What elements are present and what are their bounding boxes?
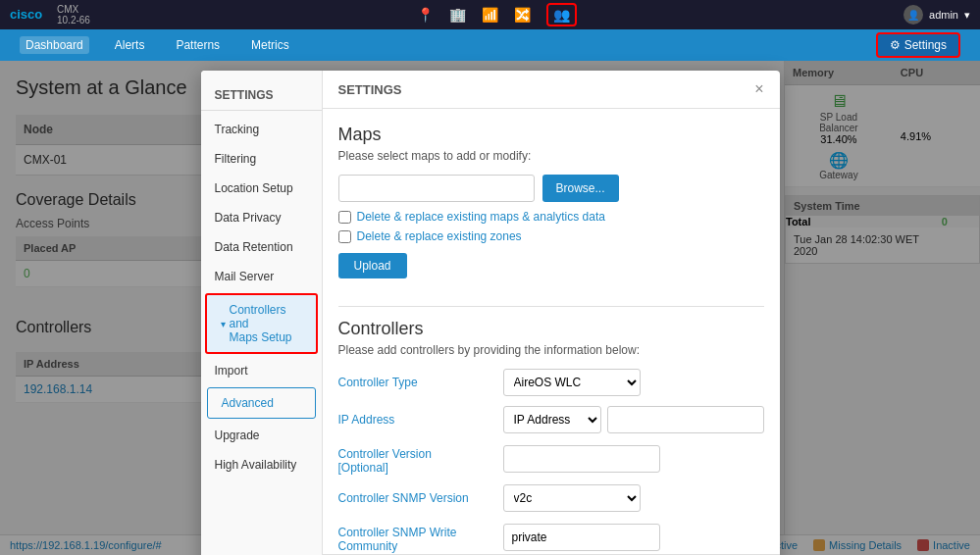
delete-replace-maps-checkbox[interactable] [338,211,351,224]
chevron-down-icon: ▾ [221,319,226,329]
admin-avatar: 👤 [903,5,923,25]
controller-version-input[interactable] [503,445,660,473]
ip-select-group: IP Address Hostname [503,406,764,433]
modal-body: Maps Please select maps to add or modify… [323,109,780,554]
controller-type-row: Controller Type AireOS WLC Catalyst Cent… [338,369,764,396]
nav-alerts[interactable]: Alerts [109,36,151,54]
top-navbar: cisco CMX10.2-66 📍 🏢 📶 🔀 👥 👤 admin ▾ [0,0,980,29]
sidebar-item-filtering[interactable]: Filtering [201,144,322,174]
upload-button[interactable]: Upload [338,253,407,278]
delete-replace-zones-checkbox[interactable] [338,230,351,243]
settings-button[interactable]: ⚙ Settings [876,32,960,58]
snmp-write-row: Controller SNMP WriteCommunity [338,522,764,553]
snmp-version-row: Controller SNMP Version v2c v1 v3 [338,484,764,512]
maps-description: Please select maps to add or modify: [338,149,764,163]
controllers-modal-desc: Please add controllers by providing the … [338,343,764,357]
location-nav-icon[interactable]: 📍 [417,7,434,23]
settings-modal: SETTINGS Tracking Filtering Location Set… [201,71,780,555]
delete-replace-maps-label: Delete & replace existing maps & analyti… [357,210,605,224]
secondary-navbar: Dashboard Alerts Patterns Metrics ⚙ Sett… [0,29,980,61]
modal-close-button[interactable]: × [754,80,763,98]
controller-version-row: Controller Version[Optional] [338,443,764,475]
maps-heading: Maps [338,125,764,145]
modal-header-bar: SETTINGS × [323,71,780,109]
checkbox-delete-replace-zones[interactable]: Delete & replace existing zones [338,229,764,243]
people-nav-icon[interactable]: 👥 [546,3,577,26]
modal-header-title: SETTINGS [338,82,402,97]
sidebar-item-high-availability[interactable]: High Availability [201,450,322,479]
controllers-maps-label: Controllers andMaps Setup [230,303,302,344]
snmp-version-select[interactable]: v2c v1 v3 [503,484,641,512]
admin-label: admin [929,9,958,21]
modal-title: SETTINGS [201,80,322,111]
modal-content: SETTINGS × Maps Please select maps to ad… [323,71,780,555]
wifi-nav-icon[interactable]: 📶 [482,7,498,23]
modal-overlay: SETTINGS Tracking Filtering Location Set… [0,61,980,555]
snmp-version-label: Controller SNMP Version [338,491,495,505]
dropdown-arrow-icon[interactable]: ▾ [964,9,970,22]
controller-version-label: Controller Version[Optional] [338,447,495,475]
sidebar-item-location-setup[interactable]: Location Setup [201,174,322,203]
divider [338,306,764,307]
sidebar-item-data-retention[interactable]: Data Retention [201,232,322,262]
delete-replace-zones-label: Delete & replace existing zones [357,229,522,243]
snmp-write-label: Controller SNMP WriteCommunity [338,526,495,553]
sidebar-item-data-privacy[interactable]: Data Privacy [201,203,322,232]
user-area: 👤 admin ▾ [903,5,970,25]
modal-sidebar: SETTINGS Tracking Filtering Location Set… [201,71,323,555]
building-nav-icon[interactable]: 🏢 [449,7,466,23]
browse-button[interactable]: Browse... [542,175,619,202]
sidebar-item-upgrade[interactable]: Upgrade [201,421,322,450]
cisco-logo: cisco [10,6,49,24]
sidebar-item-mail-server[interactable]: Mail Server [201,262,322,291]
sidebar-item-tracking[interactable]: Tracking [201,115,322,144]
nav-metrics[interactable]: Metrics [245,36,295,54]
ip-address-label: IP Address [338,413,495,427]
sidebar-item-controllers-maps[interactable]: ▾ Controllers andMaps Setup [205,293,318,354]
svg-text:cisco: cisco [10,7,42,22]
sidebar-item-import[interactable]: Import [201,356,322,385]
maps-input-row: Browse... [338,175,764,202]
controller-type-select[interactable]: AireOS WLC Catalyst Center Meraki [503,369,641,396]
checkbox-delete-replace-maps[interactable]: Delete & replace existing maps & analyti… [338,210,764,224]
ip-type-select[interactable]: IP Address Hostname [503,406,601,433]
controller-type-label: Controller Type [338,376,495,389]
share-nav-icon[interactable]: 🔀 [514,7,531,23]
ip-address-row: IP Address IP Address Hostname [338,406,764,433]
snmp-write-input[interactable] [503,524,660,551]
nav-dashboard[interactable]: Dashboard [20,36,89,54]
controllers-modal-heading: Controllers [338,319,764,339]
nav-icons: 📍 🏢 📶 🔀 👥 [90,3,903,26]
nav-patterns[interactable]: Patterns [170,36,226,54]
maps-file-input[interactable] [338,175,535,202]
logo-area: cisco CMX10.2-66 [10,4,90,25]
main-content: System at a Glance Node IP Address CMX-0… [0,61,980,555]
ip-address-input[interactable] [607,406,764,433]
cmx-version: CMX10.2-66 [57,4,90,25]
sidebar-item-advanced[interactable]: Advanced [207,387,316,419]
settings-area: ⚙ Settings [876,32,960,58]
